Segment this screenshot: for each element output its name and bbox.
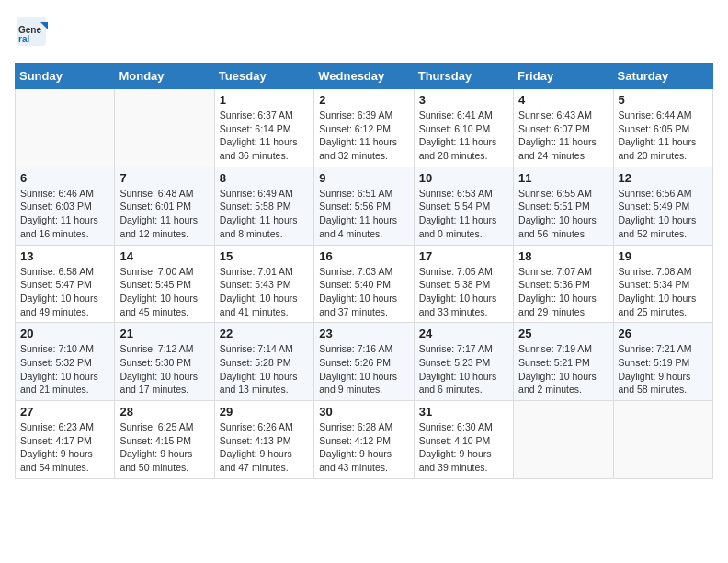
calendar-cell: 24Sunrise: 7:17 AM Sunset: 5:23 PM Dayli… bbox=[414, 323, 513, 401]
day-info: Sunrise: 6:25 AM Sunset: 4:15 PM Dayligh… bbox=[119, 420, 209, 475]
calendar-cell: 10Sunrise: 6:53 AM Sunset: 5:54 PM Dayli… bbox=[414, 167, 513, 245]
calendar-cell: 22Sunrise: 7:14 AM Sunset: 5:28 PM Dayli… bbox=[214, 323, 313, 401]
calendar-cell: 11Sunrise: 6:55 AM Sunset: 5:51 PM Dayli… bbox=[514, 167, 613, 245]
calendar-week-row: 20Sunrise: 7:10 AM Sunset: 5:32 PM Dayli… bbox=[16, 323, 713, 401]
day-number: 30 bbox=[319, 405, 408, 419]
day-info: Sunrise: 6:26 AM Sunset: 4:13 PM Dayligh… bbox=[220, 420, 309, 475]
calendar-cell: 20Sunrise: 7:10 AM Sunset: 5:32 PM Dayli… bbox=[16, 323, 115, 401]
day-number: 10 bbox=[419, 171, 508, 185]
day-info: Sunrise: 7:12 AM Sunset: 5:30 PM Dayligh… bbox=[119, 342, 209, 396]
day-number: 5 bbox=[619, 93, 708, 107]
calendar-week-row: 27Sunrise: 6:23 AM Sunset: 4:17 PM Dayli… bbox=[16, 401, 713, 479]
calendar-header-tuesday: Tuesday bbox=[214, 63, 313, 89]
day-info: Sunrise: 7:05 AM Sunset: 5:38 PM Dayligh… bbox=[419, 265, 508, 319]
calendar-cell: 2Sunrise: 6:39 AM Sunset: 6:12 PM Daylig… bbox=[314, 89, 414, 167]
day-number: 28 bbox=[119, 405, 209, 419]
day-info: Sunrise: 7:10 AM Sunset: 5:32 PM Dayligh… bbox=[20, 342, 109, 396]
calendar-cell: 9Sunrise: 6:51 AM Sunset: 5:56 PM Daylig… bbox=[314, 167, 414, 245]
day-info: Sunrise: 6:39 AM Sunset: 6:12 PM Dayligh… bbox=[319, 109, 408, 163]
day-number: 15 bbox=[220, 249, 309, 263]
day-number: 31 bbox=[419, 405, 508, 419]
day-info: Sunrise: 6:55 AM Sunset: 5:51 PM Dayligh… bbox=[518, 187, 608, 241]
day-number: 22 bbox=[220, 327, 309, 340]
day-info: Sunrise: 6:23 AM Sunset: 4:17 PM Dayligh… bbox=[20, 420, 109, 475]
day-info: Sunrise: 6:51 AM Sunset: 5:56 PM Dayligh… bbox=[319, 187, 408, 241]
calendar-cell: 3Sunrise: 6:41 AM Sunset: 6:10 PM Daylig… bbox=[414, 89, 513, 167]
day-info: Sunrise: 7:00 AM Sunset: 5:45 PM Dayligh… bbox=[119, 265, 209, 319]
day-number: 2 bbox=[319, 93, 408, 107]
day-info: Sunrise: 6:44 AM Sunset: 6:05 PM Dayligh… bbox=[619, 109, 708, 163]
day-number: 14 bbox=[119, 249, 209, 263]
day-info: Sunrise: 7:08 AM Sunset: 5:34 PM Dayligh… bbox=[619, 265, 708, 319]
page-header: Gene ral bbox=[15, 15, 713, 52]
day-info: Sunrise: 6:41 AM Sunset: 6:10 PM Dayligh… bbox=[419, 109, 508, 163]
day-info: Sunrise: 6:46 AM Sunset: 6:03 PM Dayligh… bbox=[20, 187, 109, 241]
day-number: 9 bbox=[319, 171, 408, 185]
day-info: Sunrise: 6:37 AM Sunset: 6:14 PM Dayligh… bbox=[220, 109, 309, 163]
calendar-cell: 12Sunrise: 6:56 AM Sunset: 5:49 PM Dayli… bbox=[613, 167, 712, 245]
day-info: Sunrise: 6:49 AM Sunset: 5:58 PM Dayligh… bbox=[220, 187, 309, 241]
day-number: 1 bbox=[220, 93, 309, 107]
logo-icon: Gene ral bbox=[15, 15, 48, 48]
calendar-cell: 21Sunrise: 7:12 AM Sunset: 5:30 PM Dayli… bbox=[115, 323, 214, 401]
calendar-cell: 30Sunrise: 6:28 AM Sunset: 4:12 PM Dayli… bbox=[314, 401, 414, 479]
calendar-cell: 29Sunrise: 6:26 AM Sunset: 4:13 PM Dayli… bbox=[214, 401, 313, 479]
svg-text:ral: ral bbox=[18, 34, 29, 44]
calendar-header-friday: Friday bbox=[514, 63, 613, 89]
calendar-cell: 1Sunrise: 6:37 AM Sunset: 6:14 PM Daylig… bbox=[214, 89, 313, 167]
day-number: 26 bbox=[619, 327, 708, 340]
day-number: 7 bbox=[119, 171, 209, 185]
day-info: Sunrise: 6:58 AM Sunset: 5:47 PM Dayligh… bbox=[20, 265, 109, 319]
calendar-header-thursday: Thursday bbox=[414, 63, 513, 89]
calendar-cell bbox=[514, 401, 613, 479]
day-info: Sunrise: 7:17 AM Sunset: 5:23 PM Dayligh… bbox=[419, 342, 508, 396]
calendar-cell: 31Sunrise: 6:30 AM Sunset: 4:10 PM Dayli… bbox=[414, 401, 513, 479]
day-info: Sunrise: 7:14 AM Sunset: 5:28 PM Dayligh… bbox=[220, 342, 309, 396]
day-info: Sunrise: 7:19 AM Sunset: 5:21 PM Dayligh… bbox=[518, 342, 608, 396]
calendar-cell: 13Sunrise: 6:58 AM Sunset: 5:47 PM Dayli… bbox=[16, 245, 115, 323]
day-info: Sunrise: 6:28 AM Sunset: 4:12 PM Dayligh… bbox=[319, 420, 408, 475]
calendar-cell: 19Sunrise: 7:08 AM Sunset: 5:34 PM Dayli… bbox=[613, 245, 712, 323]
calendar-week-row: 13Sunrise: 6:58 AM Sunset: 5:47 PM Dayli… bbox=[16, 245, 713, 323]
day-number: 11 bbox=[518, 171, 608, 185]
calendar-header-wednesday: Wednesday bbox=[314, 63, 414, 89]
day-number: 18 bbox=[518, 249, 608, 263]
calendar-cell: 17Sunrise: 7:05 AM Sunset: 5:38 PM Dayli… bbox=[414, 245, 513, 323]
day-number: 4 bbox=[518, 93, 608, 107]
calendar-cell bbox=[115, 89, 214, 167]
day-number: 6 bbox=[20, 171, 109, 185]
calendar-header-saturday: Saturday bbox=[613, 63, 712, 89]
day-number: 13 bbox=[20, 249, 109, 263]
calendar-cell: 23Sunrise: 7:16 AM Sunset: 5:26 PM Dayli… bbox=[314, 323, 414, 401]
day-info: Sunrise: 6:56 AM Sunset: 5:49 PM Dayligh… bbox=[619, 187, 708, 241]
calendar-cell: 14Sunrise: 7:00 AM Sunset: 5:45 PM Dayli… bbox=[115, 245, 214, 323]
calendar-header-sunday: Sunday bbox=[16, 63, 115, 89]
day-info: Sunrise: 6:48 AM Sunset: 6:01 PM Dayligh… bbox=[119, 187, 209, 241]
day-info: Sunrise: 7:21 AM Sunset: 5:19 PM Dayligh… bbox=[619, 342, 708, 396]
calendar-cell: 27Sunrise: 6:23 AM Sunset: 4:17 PM Dayli… bbox=[16, 401, 115, 479]
calendar-cell: 28Sunrise: 6:25 AM Sunset: 4:15 PM Dayli… bbox=[115, 401, 214, 479]
day-info: Sunrise: 7:07 AM Sunset: 5:36 PM Dayligh… bbox=[518, 265, 608, 319]
day-number: 17 bbox=[419, 249, 508, 263]
calendar-week-row: 6Sunrise: 6:46 AM Sunset: 6:03 PM Daylig… bbox=[16, 167, 713, 245]
calendar-cell: 6Sunrise: 6:46 AM Sunset: 6:03 PM Daylig… bbox=[16, 167, 115, 245]
calendar-cell: 7Sunrise: 6:48 AM Sunset: 6:01 PM Daylig… bbox=[115, 167, 214, 245]
calendar-week-row: 1Sunrise: 6:37 AM Sunset: 6:14 PM Daylig… bbox=[16, 89, 713, 167]
day-number: 20 bbox=[20, 327, 109, 340]
day-number: 24 bbox=[419, 327, 508, 340]
day-number: 12 bbox=[619, 171, 708, 185]
calendar-cell bbox=[16, 89, 115, 167]
day-number: 23 bbox=[319, 327, 408, 340]
day-number: 25 bbox=[518, 327, 608, 340]
calendar-cell: 15Sunrise: 7:01 AM Sunset: 5:43 PM Dayli… bbox=[214, 245, 313, 323]
calendar-cell: 18Sunrise: 7:07 AM Sunset: 5:36 PM Dayli… bbox=[514, 245, 613, 323]
day-info: Sunrise: 6:30 AM Sunset: 4:10 PM Dayligh… bbox=[419, 420, 508, 475]
day-info: Sunrise: 7:16 AM Sunset: 5:26 PM Dayligh… bbox=[319, 342, 408, 396]
day-number: 27 bbox=[20, 405, 109, 419]
calendar-header-row: SundayMondayTuesdayWednesdayThursdayFrid… bbox=[16, 63, 713, 89]
day-number: 21 bbox=[119, 327, 209, 340]
calendar-cell: 26Sunrise: 7:21 AM Sunset: 5:19 PM Dayli… bbox=[613, 323, 712, 401]
day-number: 3 bbox=[419, 93, 508, 107]
day-number: 29 bbox=[220, 405, 309, 419]
calendar-cell: 4Sunrise: 6:43 AM Sunset: 6:07 PM Daylig… bbox=[514, 89, 613, 167]
